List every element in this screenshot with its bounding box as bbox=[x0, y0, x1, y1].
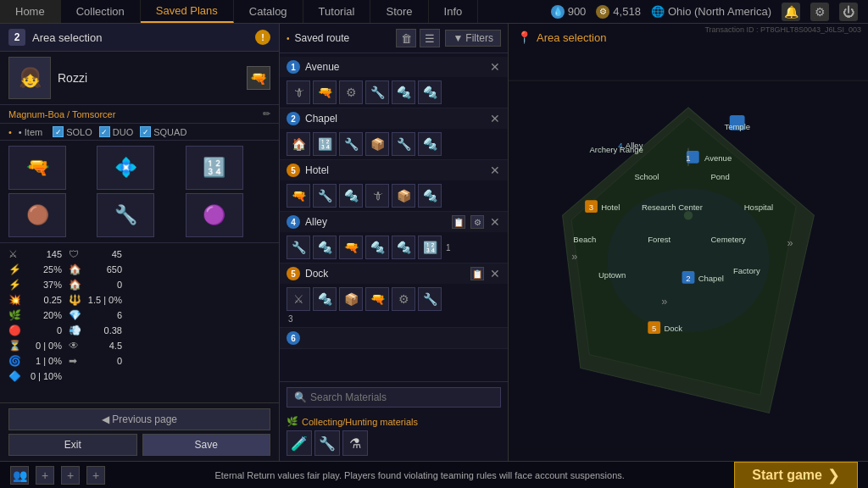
ri-avenue-4: 🔧 bbox=[365, 80, 389, 104]
route-action-dock[interactable]: 📋 bbox=[470, 267, 484, 280]
ri-dock-3: 📦 bbox=[339, 287, 363, 311]
nav-saved-plans[interactable]: Saved Plans bbox=[141, 0, 234, 23]
power-button[interactable]: ⏻ bbox=[839, 3, 858, 21]
ri-alley-count: 1 bbox=[446, 243, 451, 252]
route-action-alley-2[interactable]: ⚙ bbox=[470, 215, 484, 229]
solo-checkbox[interactable]: ✓ SOLO bbox=[53, 126, 92, 137]
crit-val: 37% bbox=[24, 280, 62, 290]
item-slot-3[interactable]: 🔢 bbox=[186, 146, 243, 190]
currency1-icon: 💧 bbox=[551, 5, 565, 19]
collecting-item-2[interactable]: 🔧 bbox=[314, 430, 340, 456]
ri-alley-3: 🔫 bbox=[339, 236, 363, 259]
stat-row-7: ⏳ 0 | 0% 👁 4.5 bbox=[8, 338, 270, 353]
squad-label: SQUAD bbox=[153, 127, 186, 137]
gem-val: 6 bbox=[84, 310, 122, 320]
ri-dock-1: ⚔ bbox=[287, 287, 310, 311]
red-icon: 🔴 bbox=[8, 324, 24, 336]
svg-text:Factory: Factory bbox=[733, 266, 760, 275]
currency1-value: 900 bbox=[568, 5, 587, 18]
save-button[interactable]: Save bbox=[142, 434, 271, 456]
item-slot-6[interactable]: 🟣 bbox=[186, 193, 243, 237]
edit-icon[interactable]: ✏ bbox=[263, 108, 270, 119]
nav-store[interactable]: Store bbox=[370, 0, 428, 23]
ri-chapel-4: 📦 bbox=[365, 132, 389, 156]
collecting-item-1[interactable]: 🧪 bbox=[287, 430, 312, 456]
delete-icon-btn[interactable]: 🗑 bbox=[396, 29, 416, 47]
nav-collection[interactable]: Collection bbox=[61, 0, 141, 23]
bottom-buttons: ◀ Previous page Exit Save bbox=[0, 402, 279, 461]
svg-text:5: 5 bbox=[652, 324, 656, 333]
currency1-stat: 💧 900 bbox=[551, 5, 587, 19]
route-item-avenue: 1 Avenue ✕ 🗡 🔫 ⚙ 🔧 🔩 🔩 bbox=[280, 57, 508, 108]
svg-text:Beach: Beach bbox=[573, 235, 596, 244]
stat-row-1: ⚔ 145 🛡 45 bbox=[8, 247, 270, 262]
route-close-dock[interactable]: ✕ bbox=[489, 268, 501, 280]
stat-row-9: 🔷 0 | 10% bbox=[8, 369, 270, 384]
svg-text:»: » bbox=[661, 295, 667, 308]
route-close-avenue[interactable]: ✕ bbox=[489, 61, 501, 73]
ri-dock-5: ⚙ bbox=[392, 287, 415, 311]
previous-page-button[interactable]: ◀ Previous page bbox=[8, 408, 270, 430]
dmg-val: 0.25 bbox=[24, 295, 62, 305]
route-close-chapel[interactable]: ✕ bbox=[489, 113, 501, 125]
bell-button[interactable]: 🔔 bbox=[782, 3, 800, 21]
filter-icon: ▼ bbox=[453, 32, 463, 44]
ri-alley-4: 🔩 bbox=[365, 236, 389, 259]
filter-label: Filters bbox=[465, 32, 493, 44]
currency2-icon: ⚙ bbox=[596, 5, 609, 19]
start-game-button[interactable]: Start game ❯ bbox=[734, 462, 858, 489]
route-action-alley-1[interactable]: 📋 bbox=[452, 215, 465, 229]
ri-avenue-5: 🔩 bbox=[392, 80, 415, 104]
list-icon-btn[interactable]: ☰ bbox=[420, 29, 440, 47]
search-wrap[interactable]: 🔍 bbox=[287, 387, 501, 408]
item-slot-4[interactable]: 🟤 bbox=[8, 193, 66, 237]
add-btn-2[interactable]: + bbox=[61, 466, 80, 485]
collecting-item-3[interactable]: ⚗ bbox=[342, 430, 368, 456]
dmg-icon: 💥 bbox=[8, 294, 24, 306]
item-slot-5[interactable]: 🔧 bbox=[97, 193, 154, 237]
route-items-alley: 🔧 🔩 🔫 🔩 🔩 🔢 1 bbox=[280, 232, 508, 263]
currency2-stat: ⚙ 4,518 bbox=[596, 5, 641, 19]
nav-info[interactable]: Info bbox=[429, 0, 479, 23]
search-materials-input[interactable] bbox=[310, 391, 493, 403]
svg-text:Pond: Pond bbox=[711, 172, 730, 181]
nav-home[interactable]: Home bbox=[0, 0, 61, 23]
crit-icon: ⚡ bbox=[8, 279, 24, 291]
item-slot-2[interactable]: 💠 bbox=[97, 146, 154, 190]
route-item-hotel: 5 Hotel ✕ 🔫 🔧 🔩 🗡 📦 🔩 bbox=[280, 160, 508, 212]
squad-checkbox[interactable]: ✓ SQUAD bbox=[140, 126, 186, 137]
center-top-icons: 🗑 ☰ bbox=[396, 29, 440, 47]
collecting-items-row: 🧪 🔧 ⚗ bbox=[287, 430, 501, 456]
add-btn-1[interactable]: + bbox=[36, 466, 54, 485]
diamond-icon: 🔷 bbox=[8, 370, 24, 382]
map-svg: 4 Alley Temple Archery Range 1 Avenue Sc… bbox=[509, 24, 868, 461]
attack-val: 145 bbox=[24, 249, 62, 259]
ri-dock-6: 🔧 bbox=[418, 287, 442, 311]
region-stat[interactable]: 🌐 Ohio (North America) bbox=[651, 5, 771, 18]
map-marker-icon: 📍 bbox=[517, 30, 531, 44]
duo-checkbox[interactable]: ✓ DUO bbox=[99, 126, 133, 137]
eye-val: 4.5 bbox=[84, 341, 122, 351]
add-btn-3[interactable]: + bbox=[86, 466, 105, 485]
route-items-avenue: 🗡 🔫 ⚙ 🔧 🔩 🔩 bbox=[280, 77, 508, 108]
character-row: 👧 Rozzi 🔫 bbox=[0, 52, 279, 105]
item-slot-1[interactable]: 🔫 bbox=[8, 146, 66, 190]
search-area: 🔍 bbox=[280, 381, 508, 413]
route-close-alley[interactable]: ✕ bbox=[489, 216, 501, 228]
arrow-icon: ➡ bbox=[69, 355, 84, 367]
nav-catalog[interactable]: Catalog bbox=[234, 0, 303, 23]
route-close-hotel[interactable]: ✕ bbox=[489, 164, 501, 176]
ri-chapel-1: 🏠 bbox=[287, 132, 310, 156]
plan-number: 2 bbox=[8, 29, 25, 46]
team-icon-btn[interactable]: 👥 bbox=[10, 466, 29, 485]
exit-button[interactable]: Exit bbox=[8, 434, 137, 456]
svg-text:Forest: Forest bbox=[648, 235, 670, 244]
gear-button[interactable]: ⚙ bbox=[810, 3, 829, 21]
route-item-alley: 4 Alley 📋 ⚙ ✕ 🔧 🔩 🔫 🔩 🔩 🔢 1 bbox=[280, 212, 508, 263]
spin-icon: 🌀 bbox=[8, 355, 24, 367]
left-panel: 2 Area selection ! 👧 Rozzi 🔫 Magnum-Boa … bbox=[0, 24, 280, 461]
nav-tutorial[interactable]: Tutorial bbox=[303, 0, 371, 23]
ri-chapel-2: 🔢 bbox=[313, 132, 337, 156]
route-header-dock: 5 Dock 📋 ✕ bbox=[280, 263, 508, 284]
filter-button[interactable]: ▼ Filters bbox=[445, 30, 501, 47]
